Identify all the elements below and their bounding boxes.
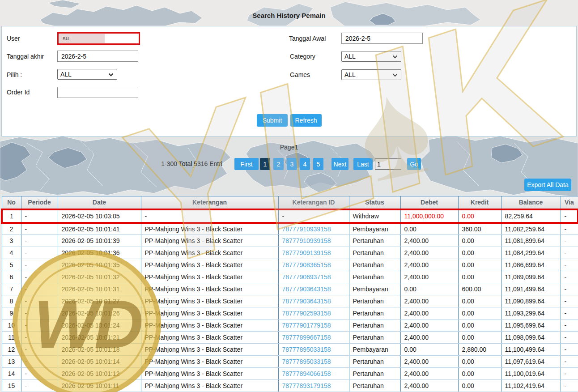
page-button-3[interactable]: 3	[287, 158, 297, 170]
cell-kredit: 0.00	[458, 320, 501, 332]
cell-keterangan-id[interactable]: 78777909139158	[278, 247, 349, 259]
cell-keterangan-id[interactable]: 78777901779158	[278, 320, 349, 332]
tanggal-awal-input[interactable]	[341, 33, 423, 44]
cell-keterangan-id[interactable]: 78777895033158	[278, 344, 349, 356]
cell-balance: 11,093,299.64	[501, 307, 561, 320]
cell-status: Pertaruhan	[349, 307, 400, 320]
cell-keterangan-id[interactable]: 78777903643158	[278, 295, 349, 307]
cell-status: Pertaruhan	[349, 332, 400, 344]
pagination-bar: First12345NextLast	[0, 158, 578, 170]
cell-balance: 11,095,699.64	[501, 320, 561, 332]
column-header: Keterangan ID	[278, 196, 349, 209]
category-select[interactable]: ALL	[341, 51, 401, 62]
search-form-panel: User su Tanggal akhir Pilih : ALL Order …	[1, 26, 577, 136]
cell-debet: 2,400.00	[400, 368, 458, 380]
cell-no: 3	[2, 235, 21, 247]
page-button-next[interactable]: Next	[332, 158, 348, 170]
cell-keterangan-id[interactable]: 78777910939158	[278, 235, 349, 247]
table-row: 14-2026-02-05 10:01:12PP-Mahjong Wins 3 …	[2, 368, 578, 380]
cell-keterangan: PP-Mahjong Wins 3 - Black Scatter	[141, 271, 278, 283]
cell-date: 2026-02-05 10:01:18	[58, 344, 141, 356]
cell-date: 2026-02-05 10:01:14	[58, 356, 141, 368]
cell-via: -	[561, 320, 578, 332]
goto-page-input[interactable]	[375, 158, 401, 170]
cell-keterangan-id[interactable]: 78777910939158	[278, 223, 349, 235]
cell-balance: 11,100,019.64	[501, 368, 561, 380]
cell-keterangan-id: -	[278, 209, 349, 223]
cell-date: 2026-02-05 10:01:36	[58, 247, 141, 259]
games-select[interactable]: ALL	[341, 69, 401, 80]
cell-no: 1	[2, 209, 21, 223]
table-row: 10-2026-02-05 10:01:24PP-Mahjong Wins 3 …	[2, 320, 578, 332]
cell-balance: 11,081,899.64	[501, 235, 561, 247]
page-button-1[interactable]: 1	[260, 158, 270, 170]
order-id-input[interactable]	[57, 87, 138, 98]
page-button-first[interactable]: First	[234, 158, 259, 170]
refresh-button[interactable]: Refresh	[290, 114, 322, 127]
column-header: No	[2, 196, 21, 209]
cell-no: 12	[2, 344, 21, 356]
table-row: 4-2026-02-05 10:01:36PP-Mahjong Wins 3 -…	[2, 247, 578, 259]
table-row: 15-2026-02-05 10:01:11PP-Mahjong Wins 3 …	[2, 380, 578, 392]
tanggal-akhir-input[interactable]	[57, 51, 138, 62]
cell-balance: 11,102,419.64	[501, 380, 561, 392]
cell-via: -	[561, 307, 578, 320]
cell-periode: -	[21, 368, 58, 380]
cell-balance: 11,090,899.64	[501, 295, 561, 307]
cell-date: 2026-02-05 10:01:31	[58, 283, 141, 295]
cell-keterangan-id[interactable]: 78777906937158	[278, 271, 349, 283]
cell-periode: -	[21, 235, 58, 247]
user-input[interactable]: su	[57, 32, 140, 45]
cell-debet: 2,400.00	[400, 307, 458, 320]
cell-balance: 11,086,699.64	[501, 259, 561, 271]
page-button-5[interactable]: 5	[313, 158, 323, 170]
cell-debet: 0.00	[400, 344, 458, 356]
cell-keterangan-id[interactable]: 78777899667158	[278, 332, 349, 344]
cell-via: -	[561, 235, 578, 247]
cell-debet: 0.00	[400, 283, 458, 295]
cell-debet: 2,400.00	[400, 356, 458, 368]
cell-debet: 2,400.00	[400, 295, 458, 307]
cell-periode: -	[21, 223, 58, 235]
cell-kredit: 0.00	[458, 356, 501, 368]
go-button[interactable]: Go	[407, 158, 421, 170]
page-button-4[interactable]: 4	[300, 158, 310, 170]
cell-no: 9	[2, 307, 21, 320]
cell-no: 7	[2, 283, 21, 295]
cell-keterangan-id[interactable]: 78777894066158	[278, 368, 349, 380]
tanggal-awal-label: Tanggal Awal	[289, 35, 326, 42]
cell-keterangan: PP-Mahjong Wins 3 - Black Scatter	[141, 368, 278, 380]
page-button-last[interactable]: Last	[353, 158, 373, 170]
table-row: 3-2026-02-05 10:01:39PP-Mahjong Wins 3 -…	[2, 235, 578, 247]
cell-debet: 2,400.00	[400, 380, 458, 392]
cell-keterangan-id[interactable]: 78777903643158	[278, 283, 349, 295]
cell-kredit: 0.00	[458, 247, 501, 259]
category-label: Category	[290, 53, 315, 60]
user-label: User	[7, 35, 20, 42]
table-row: 6-2026-02-05 10:01:32PP-Mahjong Wins 3 -…	[2, 271, 578, 283]
cell-kredit: 600.00	[458, 283, 501, 295]
export-all-data-button[interactable]: Export All Data	[524, 179, 571, 191]
cell-periode: -	[21, 344, 58, 356]
cell-via: -	[561, 368, 578, 380]
cell-keterangan-id[interactable]: 78777902593158	[278, 307, 349, 320]
cell-debet: 2,400.00	[400, 271, 458, 283]
chevron-down-icon	[392, 73, 398, 77]
cell-status: Pertaruhan	[349, 271, 400, 283]
cell-status: Pertaruhan	[349, 295, 400, 307]
cell-no: 13	[2, 356, 21, 368]
cell-periode: -	[21, 259, 58, 271]
cell-kredit: 0.00	[458, 235, 501, 247]
submit-button[interactable]: Submit	[257, 114, 288, 127]
pilih-select[interactable]: ALL	[57, 69, 117, 80]
cell-keterangan-id[interactable]: 78777893179158	[278, 380, 349, 392]
cell-keterangan-id[interactable]: 78777895033158	[278, 356, 349, 368]
cell-debet: 2,400.00	[400, 247, 458, 259]
column-header: Periode	[21, 196, 58, 209]
cell-via: -	[561, 247, 578, 259]
table-row: 13-2026-02-05 10:01:14PP-Mahjong Wins 3 …	[2, 356, 578, 368]
page-button-2[interactable]: 2	[273, 158, 284, 170]
cell-keterangan: PP-Mahjong Wins 3 - Black Scatter	[141, 320, 278, 332]
cell-keterangan-id[interactable]: 78777908365158	[278, 259, 349, 271]
cell-keterangan: PP-Mahjong Wins 3 - Black Scatter	[141, 283, 278, 295]
